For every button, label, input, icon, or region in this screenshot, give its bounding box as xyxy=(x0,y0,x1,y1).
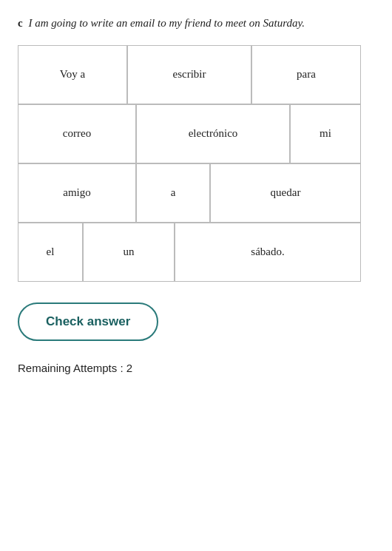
remaining-attempts-text: Remaining Attempts : 2 xyxy=(18,362,132,374)
word-row-4: el un sábado. xyxy=(18,223,374,282)
tile-el[interactable]: el xyxy=(18,223,83,282)
word-row-2: correo electrónico mi xyxy=(18,104,374,163)
tile-mi[interactable]: mi xyxy=(290,104,361,163)
tile-electronico[interactable]: electrónico xyxy=(136,104,290,163)
check-answer-button[interactable]: Check answer xyxy=(18,302,158,341)
tile-quedar[interactable]: quedar xyxy=(210,163,361,223)
tile-voy-a[interactable]: Voy a xyxy=(18,45,127,104)
word-row-3: amigo a quedar xyxy=(18,163,374,223)
instruction-label: c xyxy=(18,17,23,29)
instruction-container: c I am going to write an email to my fri… xyxy=(18,15,374,32)
tile-correo[interactable]: correo xyxy=(18,104,136,163)
tile-escribir[interactable]: escribir xyxy=(127,45,251,104)
instruction-text: c I am going to write an email to my fri… xyxy=(18,15,374,32)
tile-a[interactable]: a xyxy=(136,163,210,223)
instruction-body: I am going to write an email to my frien… xyxy=(28,17,305,29)
tile-un[interactable]: un xyxy=(83,223,175,282)
remaining-attempts: Remaining Attempts : 2 xyxy=(18,362,374,375)
tile-para[interactable]: para xyxy=(251,45,361,104)
tile-amigo[interactable]: amigo xyxy=(18,163,136,223)
tile-sabado[interactable]: sábado. xyxy=(175,223,361,282)
word-row-1: Voy a escribir para xyxy=(18,45,374,104)
word-grid: Voy a escribir para correo electrónico m… xyxy=(18,45,374,282)
